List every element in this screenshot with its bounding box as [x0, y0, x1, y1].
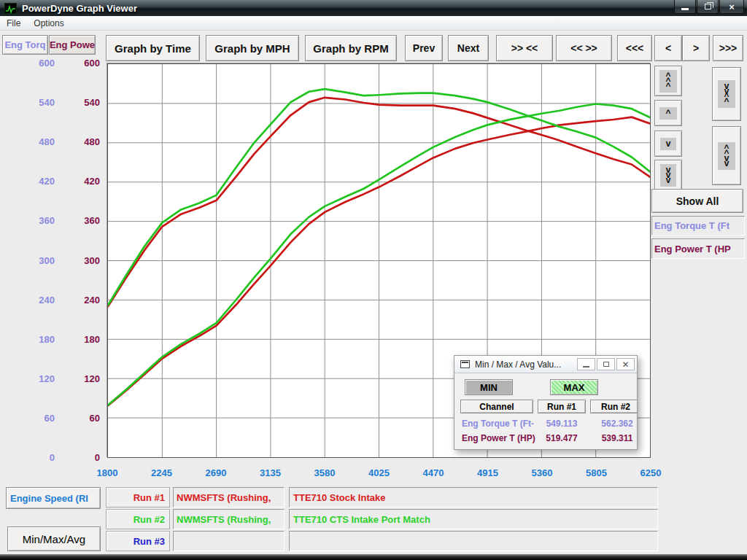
close-icon[interactable]: × [719, 0, 744, 14]
legend-power-button[interactable]: Eng Power T (HP [651, 238, 745, 259]
x-tick: 5360 [519, 467, 565, 479]
scroll-left-button[interactable]: < [654, 35, 682, 61]
minimize-icon[interactable] [674, 0, 696, 14]
dialog-minimize-icon[interactable] [577, 358, 595, 370]
zoom-in-x-button[interactable]: >> << [496, 35, 553, 61]
y-tick-power: 120 [47, 373, 100, 385]
torque-row-label: Eng Torque T (Ft- [462, 419, 534, 429]
x-tick: 2245 [139, 467, 185, 479]
run1-desc-field[interactable]: TTE710 Stock Intake [289, 487, 658, 508]
minmax-dialog-titlebar[interactable]: Min / Max / Avg Valu... ✕ [454, 356, 637, 373]
minmaxavg-button[interactable]: Min/Max/Avg [7, 526, 101, 551]
min-button[interactable]: MIN [465, 379, 513, 395]
prev-button[interactable]: Prev [405, 35, 443, 61]
run3-desc-field[interactable] [289, 531, 658, 551]
dialog-icon [460, 360, 470, 368]
power-run1-max: 519.477 [538, 433, 586, 443]
window-title: PowerDyne Graph Viewer [22, 3, 137, 14]
channel-header[interactable]: Channel [460, 400, 533, 413]
menu-file[interactable]: File [0, 17, 27, 30]
show-all-button[interactable]: Show All [651, 189, 743, 213]
x-tick: 5805 [574, 467, 619, 479]
power-channel-button[interactable]: Eng Powe [49, 35, 96, 55]
run3-name-field[interactable] [173, 531, 285, 551]
menubar: File Options [0, 16, 747, 31]
x-tick: 1800 [85, 467, 130, 479]
y-tick-power: 180 [47, 334, 100, 346]
x-tick: 6250 [628, 467, 673, 479]
minmax-dialog[interactable]: Min / Max / Avg Valu... ✕ MIN MAX Channe… [454, 355, 638, 450]
chevron-up-button[interactable]: ^ [654, 100, 682, 126]
next-button[interactable]: Next [448, 35, 489, 61]
dialog-maximize-icon[interactable] [597, 358, 615, 370]
graph-by-rpm-button[interactable]: Graph by RPM [305, 35, 397, 61]
torque-run2-max: 562.362 [593, 419, 638, 429]
x-tick: 4915 [465, 467, 511, 479]
restore-icon[interactable] [697, 0, 719, 14]
run2-name-field[interactable]: NWMSFTS (Rushing, [173, 509, 285, 529]
x-tick: 4470 [411, 467, 456, 479]
app-icon [4, 3, 17, 14]
scroll-right-button[interactable]: > [682, 35, 710, 61]
graph-by-mph-button[interactable]: Graph by MPH [206, 35, 299, 61]
x-tick: 2690 [193, 467, 239, 479]
app-window: PowerDyne Graph Viewer × File Options En… [0, 0, 747, 560]
y-tick-power: 240 [47, 295, 100, 306]
window-controls: × [673, 0, 744, 14]
run1-label: Run #1 [106, 487, 170, 508]
run2-header[interactable]: Run #2 [590, 400, 638, 413]
scroll-fast-right-button[interactable]: >>> [713, 35, 743, 61]
run2-label: Run #2 [106, 509, 170, 529]
dialog-controls: ✕ [576, 358, 635, 370]
y-tick-power: 600 [47, 58, 100, 69]
y-tick-power: 60 [47, 413, 100, 424]
max-button[interactable]: MAX [550, 379, 598, 395]
titlebar[interactable]: PowerDyne Graph Viewer × [0, 0, 747, 16]
collapse-scale-button[interactable]: v v ^ ^ [712, 67, 741, 121]
x-tick: 4025 [357, 467, 402, 479]
window-bottom-edge [0, 554, 747, 560]
y-tick-power: 480 [47, 136, 100, 148]
power-row-label: Eng Power T (HP) [462, 433, 535, 443]
zoom-out-x-button[interactable]: << >> [556, 35, 612, 61]
chevron-triple-down-button[interactable]: v v v [654, 160, 682, 191]
y-tick-power: 360 [47, 215, 100, 227]
run1-name-field[interactable]: NWMSFTS (Rushing, [173, 487, 285, 508]
scroll-fast-left-button[interactable]: <<< [617, 35, 652, 61]
run2-desc-field[interactable]: TTE710 CTS Intake Port Match [289, 509, 658, 529]
torque-channel-button[interactable]: Eng Torq [2, 35, 48, 55]
legend-torque-button[interactable]: Eng Torque T (Ft [651, 216, 745, 236]
expand-scale-button[interactable]: ^ ^ v v [712, 126, 741, 185]
y-tick-power: 420 [47, 176, 100, 187]
y-tick-power: 540 [47, 97, 100, 109]
run1-header[interactable]: Run #1 [538, 400, 586, 413]
run3-label: Run #3 [106, 531, 170, 551]
engine-speed-button[interactable]: Engine Speed (RI [6, 487, 101, 509]
x-tick: 3580 [302, 467, 347, 479]
chevron-triple-up-button[interactable]: ^ ^ ^ [654, 66, 682, 96]
y-tick-power: 300 [47, 255, 100, 267]
client-area: Eng Torq Eng Powe Graph by Time Graph by… [0, 31, 747, 554]
menu-options[interactable]: Options [27, 17, 70, 30]
dialog-title: Min / Max / Avg Valu... [475, 359, 561, 370]
torque-run1-max: 549.113 [538, 419, 586, 429]
dialog-close-icon[interactable]: ✕ [616, 358, 635, 370]
x-tick: 3135 [248, 467, 293, 479]
power-run2-max: 539.311 [593, 433, 638, 443]
chevron-down-button[interactable]: v [654, 131, 682, 157]
y-tick-power: 0 [47, 452, 100, 464]
graph-by-time-button[interactable]: Graph by Time [106, 35, 200, 61]
